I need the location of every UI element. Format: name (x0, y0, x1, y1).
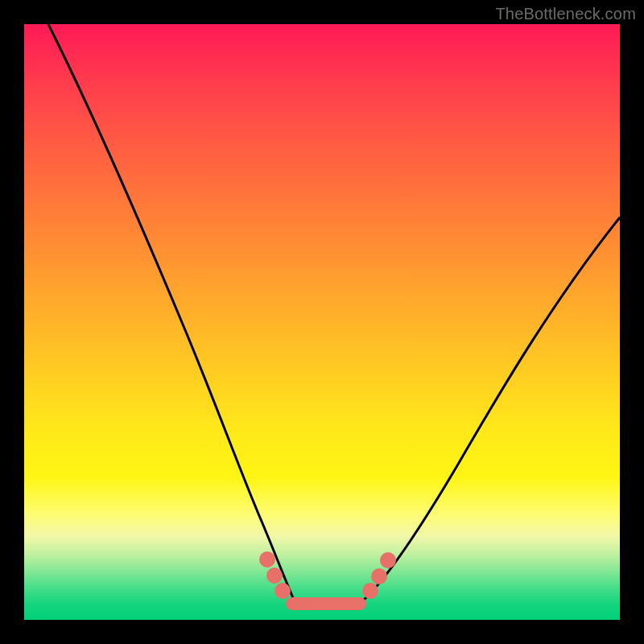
outer-frame: TheBottleneck.com (0, 0, 644, 644)
right-bead-mid (371, 568, 387, 584)
curve-layer (24, 24, 620, 620)
left-curve (48, 24, 294, 600)
right-bead-upper (380, 552, 396, 568)
valley-bar (286, 597, 366, 610)
left-bead-lower (275, 583, 291, 599)
left-bead-mid (266, 568, 283, 584)
right-curve (362, 217, 620, 601)
right-bead-lower (362, 583, 378, 599)
left-bead-upper (259, 551, 275, 568)
plot-area (24, 24, 620, 620)
watermark-text: TheBottleneck.com (495, 5, 636, 23)
valley-beads (259, 551, 396, 610)
